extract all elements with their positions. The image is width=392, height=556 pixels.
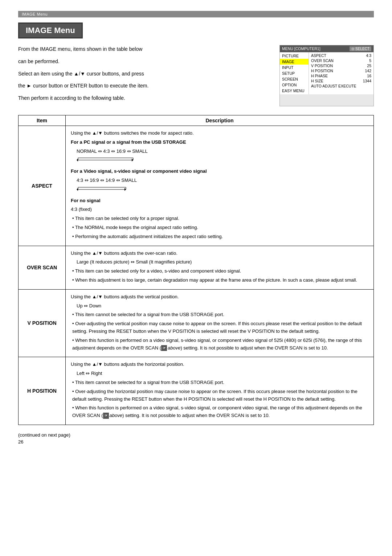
- menu-row-autoadjust: AUTO ADJUST EXECUTE: [310, 83, 372, 89]
- aspect-bullet-2: • The NORMAL mode keeps the original asp…: [71, 224, 368, 232]
- page-number: 26: [18, 439, 374, 445]
- overscan-description: Using the ▲/▼ buttons adjusts the over-s…: [66, 246, 374, 289]
- menu-item-setup: SETUP: [280, 70, 309, 76]
- footer: (continued on next page): [18, 432, 374, 438]
- intro-line1: From the IMAGE menu, items shown in the …: [18, 45, 269, 54]
- menu-row-vposition: V POSITION25: [310, 63, 372, 68]
- aspect-desc-5: 4:3 ⇔ 16:9 ⇔ 14:9 ⇔ SMALL: [71, 177, 368, 184]
- overscan-desc-1: Using the ▲/▼ buttons adjusts the over-s…: [71, 250, 368, 257]
- table-row-overscan: OVER SCAN Using the ▲/▼ buttons adjusts …: [19, 246, 374, 289]
- overscan-bullet-2: • When this adjustment is too large, cer…: [71, 277, 368, 284]
- overscan-bullet-1: • This item can be selected only for a v…: [71, 267, 368, 275]
- menu-header: MENU [COMPUTER1] ⊙ SELECT: [280, 45, 373, 52]
- menu-item-input: INPUT: [280, 65, 309, 70]
- above-icon-2: ☞: [103, 413, 109, 418]
- menu-row-hsize: H SIZE1344: [310, 78, 372, 83]
- svg-marker-1: [77, 159, 78, 162]
- aspect-desc-3: NORMAL ⇔ 4:3 ⇔ 16:9 ⇔ SMALL: [71, 148, 368, 155]
- intro-line2: can be performed.: [18, 57, 269, 66]
- vposition-bullet-1: • This item cannot be selected for a sig…: [71, 311, 368, 319]
- menu-select-btn: ⊙ SELECT: [350, 46, 371, 51]
- aspect-bullet-1: • This item can be selected only for a p…: [71, 215, 368, 222]
- svg-marker-7: [77, 188, 78, 191]
- intro-line4-post: cursor button or ENTER button to execute…: [32, 83, 148, 89]
- vposition-description: Using the ▲/▼ buttons adjusts the vertic…: [66, 289, 374, 357]
- svg-marker-8: [124, 188, 126, 191]
- menu-item-image: IMAGE: [280, 59, 309, 65]
- hposition-bullet-1: • This item cannot be selected for a sig…: [71, 379, 368, 387]
- above-icon-1: ☞: [161, 345, 167, 351]
- menu-row-overscan: OVER SCAN5: [310, 58, 372, 63]
- vposition-desc-2: Up ⇔ Down: [71, 302, 368, 310]
- menu-header-left: MENU [COMPUTER1]: [282, 46, 320, 51]
- hposition-bullet-3: • When this function is performed on a v…: [71, 404, 368, 420]
- aspect-desc-1: Using the ▲/▼ buttons switches the mode …: [71, 130, 368, 137]
- intro-line3: Select an item using the ▲/▼ cursor butt…: [18, 70, 269, 78]
- aspect-description: Using the ▲/▼ buttons switches the mode …: [66, 126, 374, 246]
- continued-text: (continued on next page): [18, 432, 70, 438]
- menu-row-aspect: ASPECT4:3: [310, 53, 372, 58]
- intro-line4: the ► cursor button or ENTER button to e…: [18, 82, 269, 90]
- table-row-aspect: ASPECT Using the ▲/▼ buttons switches th…: [19, 126, 374, 246]
- menu-row-hposition: H POSITION142: [310, 68, 372, 73]
- menu-body: PICTURE IMAGE INPUT SETUP SCREEN OPTION …: [280, 52, 373, 94]
- hposition-desc-2: Left ⇔ Right: [71, 370, 368, 377]
- loop-arrow-svg-1: [77, 156, 135, 163]
- intro-line4-pre: the: [18, 83, 26, 89]
- menu-right: ASPECT4:3 OVER SCAN5 V POSITION25 H POSI…: [309, 52, 373, 94]
- hposition-bullet-2: • Over-adjusting the horizontal position…: [71, 388, 368, 403]
- hposition-label: H POSITION: [19, 357, 66, 425]
- col-header-description: Description: [66, 115, 374, 126]
- menu-item-screen: SCREEN: [280, 76, 309, 82]
- intro-line5: Then perform it according to the followi…: [18, 94, 269, 103]
- aspect-bullet-3: • Performing the automatic adjustment in…: [71, 233, 368, 241]
- table-row-vposition: V POSITION Using the ▲/▼ buttons adjusts…: [19, 289, 374, 357]
- aspect-label: ASPECT: [19, 126, 66, 246]
- vposition-desc-1: Using the ▲/▼ buttons adjusts the vertic…: [71, 293, 368, 301]
- page-title: IMAGE Menu: [18, 23, 83, 38]
- vposition-label: V POSITION: [19, 289, 66, 357]
- intro-section: From the IMAGE menu, items shown in the …: [18, 45, 374, 106]
- hposition-description: Using the ▲/▼ buttons adjusts the horizo…: [66, 357, 374, 425]
- main-table: Item Description ASPECT Using the ▲/▼ bu…: [18, 115, 374, 425]
- aspect-desc-4: For a Video signal, s-video signal or co…: [71, 168, 368, 175]
- menu-row-hphase: H PHASE16: [310, 73, 372, 78]
- overscan-desc-2: Large (It reduces picture) ⇔ Small (It m…: [71, 258, 368, 266]
- col-header-item: Item: [19, 115, 66, 126]
- aspect-loop-arrow-2: [77, 186, 368, 195]
- aspect-desc-2: For a PC signal or a signal from the USB…: [71, 139, 368, 146]
- menu-left: PICTURE IMAGE INPUT SETUP SCREEN OPTION …: [280, 52, 309, 94]
- svg-marker-2: [132, 159, 133, 162]
- table-row-hposition: H POSITION Using the ▲/▼ buttons adjusts…: [19, 357, 374, 425]
- aspect-desc-6: For no signal: [71, 197, 368, 205]
- loop-arrow-svg-2: [77, 186, 127, 192]
- intro-arrow: ►: [26, 83, 32, 89]
- menu-item-picture: PICTURE: [280, 53, 309, 59]
- aspect-desc-7: 4:3 (fixed): [71, 206, 368, 213]
- breadcrumb: IMAGE Menu: [18, 11, 374, 17]
- menu-item-option: OPTION: [280, 82, 309, 88]
- menu-screenshot: MENU [COMPUTER1] ⊙ SELECT PICTURE IMAGE …: [279, 45, 374, 106]
- vposition-bullet-2: • Over-adjusting the vertical position m…: [71, 320, 368, 335]
- aspect-loop-arrow-1: [77, 156, 368, 165]
- overscan-label: OVER SCAN: [19, 246, 66, 289]
- intro-text: From the IMAGE menu, items shown in the …: [18, 45, 279, 106]
- vposition-bullet-3: • When this function is performed on a v…: [71, 337, 368, 352]
- hposition-desc-1: Using the ▲/▼ buttons adjusts the horizo…: [71, 361, 368, 368]
- menu-item-easymenu: EASY MENU: [280, 88, 309, 94]
